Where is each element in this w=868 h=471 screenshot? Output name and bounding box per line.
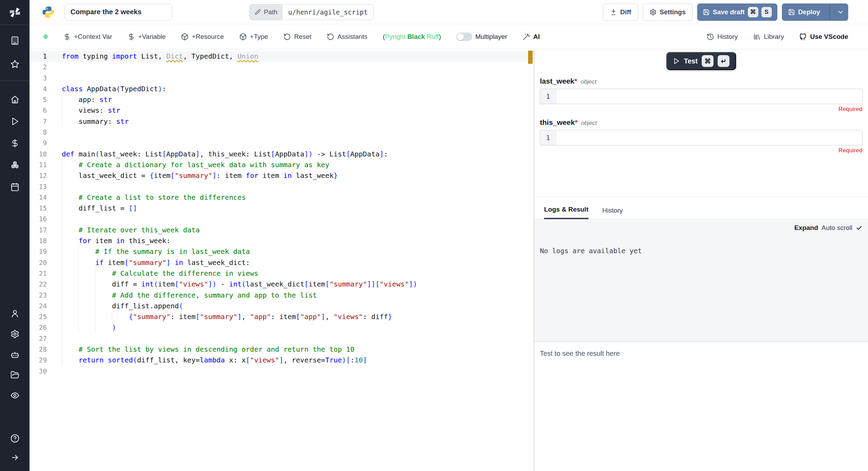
code-line: 15 diff_list = []: [30, 203, 534, 214]
content-row: 1from typing import List, Dict, TypedDic…: [30, 49, 868, 471]
autoscroll-checkbox[interactable]: [856, 225, 862, 231]
settings-button[interactable]: Settings: [643, 3, 693, 21]
deploy-button[interactable]: Deploy: [782, 3, 848, 21]
deploy-main[interactable]: Deploy: [782, 3, 826, 21]
required-star: *: [574, 77, 577, 85]
script-title: Compare the 2 weeks: [70, 8, 142, 16]
test-button[interactable]: Test ⌘ ↵: [666, 52, 736, 70]
wand-sparkles-icon: [523, 33, 530, 41]
line-number: 16: [33, 214, 47, 224]
bot-icon[interactable]: [10, 350, 19, 359]
code-line: 22 diff = int(item["views"]) - int(last_…: [30, 279, 534, 290]
dollar-icon[interactable]: [10, 139, 19, 148]
line-number: 26: [33, 322, 47, 333]
arg-name: this_week: [540, 118, 575, 127]
line-number: 19: [33, 246, 47, 257]
app-window: Compare the 2 weeks Path u/henri/agile_s…: [0, 0, 868, 471]
sidebar: [0, 0, 30, 471]
pencil-icon: [255, 9, 261, 15]
multiplayer-toggle-group: Multiplayer: [456, 33, 507, 41]
toggle-knob: [457, 33, 464, 40]
assist-close-paren: ): [439, 33, 441, 40]
assistants-status[interactable]: (Pyright Black Ruff): [383, 33, 441, 41]
play-icon[interactable]: [10, 117, 19, 126]
library-button[interactable]: Library: [753, 33, 784, 41]
rotate-ccw-icon: [327, 33, 334, 41]
settings-icon[interactable]: [10, 329, 19, 339]
sidebar-group-footer: [0, 434, 30, 471]
diff-button[interactable]: Diff: [603, 3, 638, 21]
line-number: 8: [33, 127, 47, 138]
arg-input-last-week[interactable]: 1: [540, 89, 862, 104]
multiplayer-toggle[interactable]: [456, 33, 472, 41]
calendar-icon[interactable]: [10, 182, 19, 191]
arg-input-this-week[interactable]: 1: [540, 130, 862, 145]
preview-panel: Test ⌘ ↵ last_week* object 1 Required: [534, 49, 868, 471]
star-icon[interactable]: [10, 60, 19, 69]
code-line: 2: [30, 62, 534, 72]
line-number: 25: [33, 311, 47, 322]
tab-logs-result[interactable]: Logs & Result: [544, 206, 589, 219]
use-vscode-label: Use VScode: [810, 33, 848, 41]
add-resource-label: +Resource: [192, 33, 224, 41]
save-icon: [703, 9, 710, 16]
chevron-down-icon: [837, 9, 844, 16]
input-line-number: 1: [540, 130, 556, 145]
add-variable-button[interactable]: +Variable: [127, 33, 166, 41]
line-number: 3: [33, 73, 47, 84]
cmd-key-badge: ⌘: [702, 55, 713, 67]
arg-label-this-week: this_week* object: [540, 118, 862, 127]
help-icon[interactable]: [10, 434, 19, 443]
library-label: Library: [764, 33, 784, 41]
code-line: 26 ): [30, 322, 534, 333]
deploy-dropdown[interactable]: [833, 3, 848, 21]
arrow-right-icon[interactable]: [10, 453, 19, 462]
required-hint: Required: [540, 147, 862, 154]
home-icon[interactable]: [10, 95, 19, 104]
logs-controls: Expand Auto scroll: [540, 224, 862, 232]
args-section: Test ⌘ ↵ last_week* object 1 Required: [534, 49, 868, 197]
folder-open-icon[interactable]: [10, 370, 19, 379]
path-badge[interactable]: Path u/henri/agile_script: [249, 4, 374, 20]
script-title-input[interactable]: Compare the 2 weeks: [65, 4, 172, 20]
input-text-area[interactable]: [556, 89, 862, 104]
code-line: 3: [30, 73, 534, 84]
package-icon: [181, 33, 189, 41]
assistants-button[interactable]: Assistants: [327, 33, 368, 41]
ai-button[interactable]: AI: [523, 33, 540, 41]
line-number: 18: [33, 236, 47, 246]
logs-area: Expand Auto scroll No logs are available…: [534, 219, 868, 342]
input-line-number: 1: [540, 89, 556, 104]
history-button[interactable]: History: [707, 33, 738, 41]
boxes-icon[interactable]: [10, 161, 19, 170]
add-resource-button[interactable]: +Resource: [181, 33, 224, 41]
black-status: Black: [407, 33, 425, 40]
line-number: 15: [33, 203, 47, 214]
rotate-ccw-icon: [283, 33, 291, 41]
required-hint: Required: [540, 106, 862, 113]
line-number: 1: [33, 51, 47, 62]
editor-toolbar: +Context Var +Variable +Resource +Type R…: [30, 24, 868, 49]
path-edit-segment[interactable]: Path: [250, 5, 283, 20]
tab-history[interactable]: History: [602, 207, 623, 219]
input-text-area[interactable]: [556, 130, 862, 145]
play-icon: [673, 58, 680, 65]
add-context-var-button[interactable]: +Context Var: [63, 33, 112, 41]
arg-label-last-week: last_week* object: [540, 77, 862, 85]
code-editor[interactable]: 1from typing import List, Dict, TypedDic…: [30, 49, 534, 471]
line-number: 13: [33, 181, 47, 192]
save-draft-button[interactable]: Save draft ⌘ S: [697, 3, 777, 21]
line-number: 6: [33, 105, 47, 116]
add-type-button[interactable]: +Type: [239, 33, 268, 41]
user-icon[interactable]: [10, 309, 19, 318]
windmill-logo[interactable]: [0, 0, 30, 25]
assistants-label: Assistants: [337, 33, 368, 41]
result-area: Test to see the result here: [534, 342, 868, 471]
building-icon[interactable]: [10, 36, 19, 45]
code-line: 5 app: str: [30, 94, 534, 105]
eye-icon[interactable]: [10, 391, 19, 400]
use-vscode-button[interactable]: Use VScode: [799, 33, 848, 41]
reset-button[interactable]: Reset: [283, 33, 311, 41]
line-number: 14: [33, 192, 47, 203]
expand-button[interactable]: Expand: [794, 224, 818, 232]
